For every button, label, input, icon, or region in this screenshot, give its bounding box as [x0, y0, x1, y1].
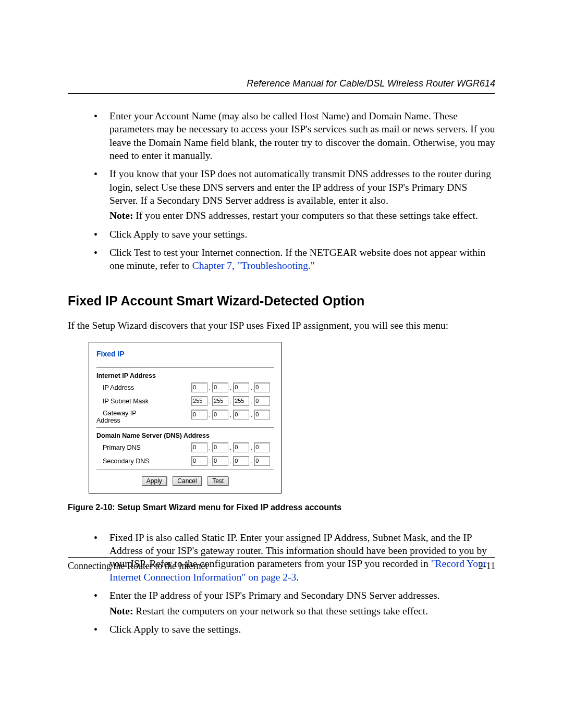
bullet-text: Click Apply to save your settings.: [109, 229, 247, 240]
cancel-button[interactable]: Cancel: [173, 476, 201, 486]
footer-left: Connecting the Router to the Internet: [68, 561, 207, 572]
footer-page-number: 2-11: [479, 561, 495, 572]
note-label: Note:: [109, 606, 133, 616]
bullet-text-suffix: .: [296, 572, 299, 583]
bullet-text: Enter the IP address of your ISP's Prima…: [109, 590, 440, 601]
fixed-ip-panel-wrap: Fixed IP Internet IP Address IP Address …: [89, 342, 495, 493]
gateway-label-line2: Address: [96, 417, 120, 424]
panel-title: Fixed IP: [96, 350, 274, 358]
bullet-item: Enter the IP address of your ISP's Prima…: [94, 589, 495, 618]
fixed-ip-panel: Fixed IP Internet IP Address IP Address …: [89, 342, 282, 493]
note-text: Restart the computers on your network so…: [133, 606, 428, 616]
ip-octet-input[interactable]: 0: [212, 442, 228, 452]
troubleshooting-link[interactable]: Chapter 7, "Troubleshooting.": [192, 260, 315, 271]
ip-octet-input[interactable]: 0: [233, 442, 249, 452]
bullet-item: Click Test to test your Internet connect…: [94, 246, 495, 273]
ip-address-label: IP Address: [96, 384, 191, 391]
note-text: If you enter DNS addresses, restart your…: [133, 210, 478, 221]
divider: [96, 427, 274, 428]
top-bullet-list: Enter your Account Name (may also be cal…: [68, 109, 495, 273]
ip-octet-input[interactable]: 0: [191, 410, 207, 419]
ip-octet-input[interactable]: 0: [254, 410, 270, 419]
figure-caption: Figure 2-10: Setup Smart Wizard menu for…: [68, 503, 495, 512]
subnet-label: IP Subnet Mask: [96, 398, 191, 405]
bullet-item: Enter your Account Name (may also be cal…: [94, 109, 495, 162]
ip-octet-input[interactable]: 0: [254, 442, 270, 452]
ip-address-cells: 0. 0. 0. 0: [191, 382, 270, 393]
ip-octet-input[interactable]: 255: [212, 396, 228, 406]
ip-section-heading: Internet IP Address: [96, 372, 274, 379]
page-footer: Connecting the Router to the Internet 2-…: [68, 557, 495, 572]
ip-octet-input[interactable]: 0: [191, 382, 207, 392]
section-heading: Fixed IP Account Smart Wizard-Detected O…: [68, 293, 495, 309]
bullet-item: If you know that your ISP does not autom…: [94, 167, 495, 222]
primary-dns-cells: 0. 0. 0. 0: [191, 442, 270, 453]
ip-octet-input[interactable]: 0: [254, 382, 270, 392]
subnet-row: IP Subnet Mask 255. 255. 255. 0: [96, 396, 274, 406]
bottom-bullet-list: Fixed IP is also called Static IP. Enter…: [68, 531, 495, 636]
header-title: Reference Manual for Cable/DSL Wireless …: [247, 78, 495, 89]
subnet-cells: 255. 255. 255. 0: [191, 396, 270, 406]
page: Reference Manual for Cable/DSL Wireless …: [0, 0, 563, 728]
primary-dns-label: Primary DNS: [96, 444, 191, 451]
gateway-row: Gateway IP Address 0. 0. 0. 0: [96, 410, 274, 424]
bullet-item: Click Apply to save your settings.: [94, 228, 495, 241]
ip-octet-input[interactable]: 0: [233, 382, 249, 392]
ip-octet-input[interactable]: 0: [191, 442, 207, 452]
secondary-dns-row: Secondary DNS 0. 0. 0. 0: [96, 456, 274, 466]
secondary-dns-label: Secondary DNS: [96, 458, 191, 465]
test-button[interactable]: Test: [207, 476, 228, 486]
apply-button[interactable]: Apply: [142, 476, 167, 486]
ip-octet-input[interactable]: 0: [212, 410, 228, 419]
ip-octet-input[interactable]: 0: [191, 456, 207, 466]
dns-section-heading: Domain Name Server (DNS) Address: [96, 432, 274, 439]
button-row: Apply Cancel Test: [96, 476, 274, 486]
bullet-text: Click Apply to save the settings.: [109, 624, 241, 635]
ip-octet-input[interactable]: 0: [254, 456, 270, 466]
divider: [96, 367, 274, 368]
ip-octet-input[interactable]: 255: [233, 396, 249, 406]
ip-octet-input[interactable]: 0: [254, 396, 270, 406]
gateway-cells: 0. 0. 0. 0: [191, 410, 270, 420]
intro-paragraph: If the Setup Wizard discovers that your …: [68, 320, 495, 331]
primary-dns-row: Primary DNS 0. 0. 0. 0: [96, 442, 274, 453]
ip-address-row: IP Address 0. 0. 0. 0: [96, 382, 274, 393]
bullet-text: If you know that your ISP does not autom…: [109, 168, 491, 206]
note-label: Note:: [109, 210, 133, 221]
bullet-item: Click Apply to save the settings.: [94, 623, 495, 636]
ip-octet-input[interactable]: 0: [212, 456, 228, 466]
page-header: Reference Manual for Cable/DSL Wireless …: [68, 78, 495, 94]
gateway-label: Gateway IP Address: [96, 410, 191, 424]
ip-octet-input[interactable]: 0: [212, 382, 228, 392]
ip-octet-input[interactable]: 255: [191, 396, 207, 406]
divider: [96, 470, 274, 470]
ip-octet-input[interactable]: 0: [233, 410, 249, 419]
bullet-text: Enter your Account Name (may also be cal…: [109, 110, 495, 161]
secondary-dns-cells: 0. 0. 0. 0: [191, 456, 270, 466]
ip-octet-input[interactable]: 0: [233, 456, 249, 466]
gateway-label-line1: Gateway IP: [103, 410, 137, 417]
